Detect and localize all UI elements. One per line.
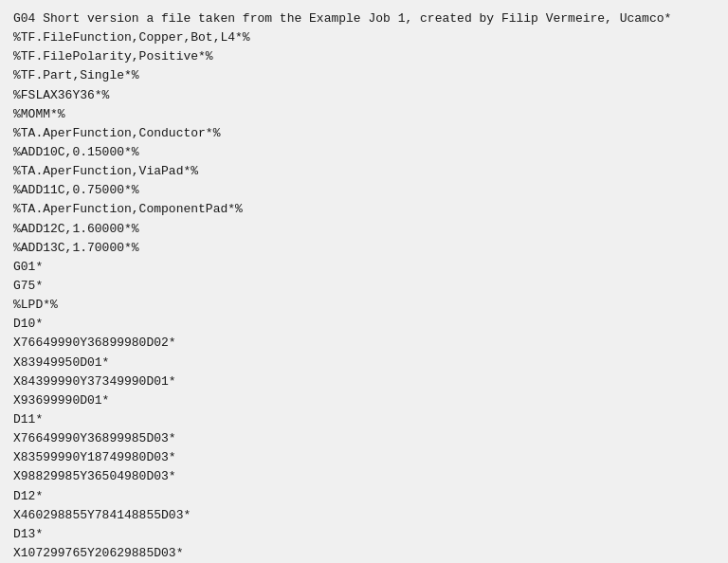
code-line: X84399990Y37349990D01*: [13, 372, 715, 391]
code-line: %ADD10C,0.15000*%: [13, 143, 715, 162]
code-line: %TF.FilePolarity,Positive*%: [13, 47, 715, 66]
code-line: X93699990D01*: [13, 391, 715, 410]
code-line: D12*: [13, 487, 715, 506]
code-line: G01*: [13, 258, 715, 277]
code-line: %TA.AperFunction,ComponentPad*%: [13, 200, 715, 219]
code-line: %MOMM*%: [13, 105, 715, 124]
code-line: X83949950D01*: [13, 354, 715, 372]
code-line: %ADD12C,1.60000*%: [13, 220, 715, 239]
code-line: X460298855Y784148855D03*: [13, 506, 715, 525]
code-line: D11*: [13, 410, 715, 429]
code-line: %TA.AperFunction,Conductor*%: [13, 124, 715, 143]
code-line: X76649990Y36899980D02*: [13, 334, 715, 353]
code-viewer: G04 Short version a file taken from the …: [0, 0, 728, 563]
code-line: %TF.FileFunction,Copper,Bot,L4*%: [13, 28, 715, 47]
code-line: X83599990Y18749980D03*: [13, 448, 715, 467]
code-line: D13*: [13, 525, 715, 544]
code-line: %FSLAX36Y36*%: [13, 86, 715, 105]
code-line: %ADD11C,0.75000*%: [13, 181, 715, 200]
code-line: X107299765Y20629885D03*: [13, 544, 715, 563]
code-line: G04 Short version a file taken from the …: [13, 9, 715, 28]
code-line: %TA.AperFunction,ViaPad*%: [13, 162, 715, 181]
code-line: X76649990Y36899985D03*: [13, 429, 715, 448]
code-line: D10*: [13, 315, 715, 334]
code-line: X98829985Y36504980D03*: [13, 467, 715, 486]
code-line: G75*: [13, 277, 715, 296]
code-line: %LPD*%: [13, 296, 715, 315]
code-line: %ADD13C,1.70000*%: [13, 239, 715, 258]
code-line: %TF.Part,Single*%: [13, 66, 715, 85]
